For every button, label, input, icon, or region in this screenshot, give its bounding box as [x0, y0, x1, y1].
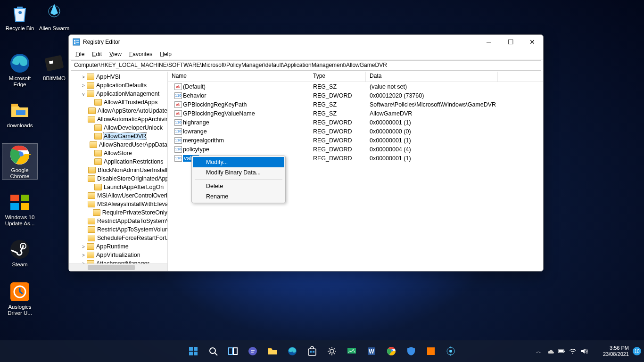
desktop-icon-chrome[interactable]: Google Chrome [2, 144, 37, 179]
minimize-button[interactable]: ─ [478, 35, 500, 49]
tree-node[interactable]: >AppHVSI [69, 73, 167, 81]
taskbar-square-icon[interactable] [422, 342, 440, 360]
expand-icon[interactable]: v [80, 91, 87, 97]
svg-rect-17 [73, 39, 80, 45]
notification-badge[interactable]: 10 [633, 347, 641, 355]
clock[interactable]: 3:56 PM 23/08/2021 [603, 345, 629, 357]
svg-rect-9 [21, 195, 29, 201]
taskbar-word-icon[interactable]: W [363, 342, 380, 360]
taskbar-explorer-icon[interactable] [264, 342, 281, 360]
maximize-button[interactable]: ☐ [500, 35, 521, 49]
close-button[interactable]: ✕ [521, 35, 543, 49]
menu-favorites[interactable]: Favorites [125, 51, 156, 58]
value-row[interactable]: ab(Default)REG_SZ(value not set) [168, 82, 543, 91]
tree-node[interactable]: ScheduleForceRestartForUpdateFailures [69, 234, 167, 242]
tree-node[interactable]: BlockNonAdminUserInstall [69, 166, 167, 174]
titlebar[interactable]: Registry Editor ─ ☐ ✕ [69, 35, 543, 49]
folder-icon [87, 252, 94, 258]
tree-pane[interactable]: >AppHVSI>ApplicationDefaultsvApplication… [69, 72, 168, 271]
value-type: REG_SZ [309, 101, 366, 108]
tree-node[interactable]: MSIAlwaysInstallWithElevatedPrivileges [69, 200, 167, 208]
taskbar-settings-icon[interactable] [323, 342, 341, 360]
taskbar-search-icon[interactable] [204, 342, 222, 360]
tree-node[interactable]: >ApplicationDefaults [69, 81, 167, 90]
svg-line-27 [215, 353, 217, 355]
tree-node[interactable]: LaunchAppAfterLogOn [69, 183, 167, 191]
tree-node[interactable]: vApplicationManagement [69, 90, 167, 98]
menu-view[interactable]: View [106, 51, 125, 58]
expand-icon[interactable]: > [80, 74, 87, 80]
value-row[interactable]: abGPBlockingRegKeyPathREG_SZSoftware\Pol… [168, 100, 543, 109]
ctx-delete[interactable]: Delete [193, 181, 284, 191]
taskbar: W ︿ 3:56 PM 23/08/2021 10 [0, 340, 644, 362]
taskbar-asst-icon[interactable] [442, 342, 460, 360]
value-row[interactable]: 110policytypeREG_DWORD0x00000004 (4) [168, 145, 543, 154]
ctx-modify[interactable]: Modify... [193, 157, 284, 167]
scrollbar-thumb[interactable] [88, 265, 135, 270]
wifi-icon[interactable] [569, 347, 577, 355]
tree-node[interactable]: RestrictAppDataToSystemVolume [69, 217, 167, 225]
taskbar-chat-icon[interactable] [244, 342, 262, 360]
tree-node[interactable]: RequirePrivateStoreOnly [69, 208, 167, 217]
tree-node[interactable]: RestrictAppToSystemVolume [69, 225, 167, 234]
tree-node[interactable]: AllowAllTrustedApps [69, 98, 167, 107]
value-row[interactable]: 110mergealgorithmREG_DWORD0x00000001 (1) [168, 136, 543, 145]
tree-node[interactable]: ApplicationRestrictions [69, 157, 167, 166]
expand-icon[interactable]: > [80, 83, 87, 88]
taskbar-start-icon[interactable] [184, 342, 202, 360]
tree-node[interactable]: AllowDeveloperUnlock [69, 123, 167, 132]
col-data[interactable]: Data [366, 72, 498, 82]
desktop-icon-alien[interactable]: Alien Swarm [37, 2, 72, 32]
taskbar-store-icon[interactable] [303, 342, 321, 360]
taskbar-edge-icon[interactable] [283, 342, 301, 360]
col-type[interactable]: Type [309, 72, 366, 82]
tree-node[interactable]: AllowGameDVR [69, 132, 167, 140]
tree-horizontal-scrollbar[interactable] [69, 263, 167, 271]
menu-file[interactable]: File [72, 51, 88, 58]
folder-icon [88, 175, 95, 182]
taskbar-security-icon[interactable] [402, 342, 420, 360]
tree-label: AllowStore [104, 150, 132, 156]
tree-node[interactable]: MSIAllowUserControlOverInstall [69, 191, 167, 200]
folder-icon [8, 99, 31, 122]
tree-node[interactable]: >AppVirtualization [69, 251, 167, 259]
expand-icon[interactable]: > [80, 244, 87, 249]
desktop-icon-auslogics[interactable]: Auslogics Driver U... [2, 280, 37, 316]
tree-node[interactable]: AllowAutomaticAppArchiving [69, 115, 167, 123]
desktop-icon-recycle[interactable]: Recycle Bin [2, 2, 37, 32]
tree-node[interactable]: >AppRuntime [69, 242, 167, 251]
svg-rect-33 [308, 349, 316, 355]
value-row[interactable]: abGPBlockingRegValueNameREG_SZAllowGameD… [168, 109, 543, 118]
tree-label: RequirePrivateStoreOnly [102, 209, 167, 216]
expand-icon[interactable]: > [80, 253, 87, 258]
desktop-icon-steam[interactable]: Steam [2, 238, 37, 268]
value-row[interactable]: 110highrangeREG_DWORD0x00000001 (1) [168, 118, 543, 127]
desktop-icon-edge[interactable]: Microsoft Edge [2, 52, 37, 87]
value-row[interactable]: 110lowrangeREG_DWORD0x00000000 (0) [168, 127, 543, 136]
volume-icon[interactable] [580, 347, 588, 355]
desktop-icon-8bit[interactable]: 8BitMMO [37, 52, 72, 82]
col-name[interactable]: Name [168, 72, 309, 82]
onedrive-icon[interactable] [546, 347, 554, 355]
value-name: (Default) [183, 83, 206, 90]
tree-node[interactable]: AllowSharedUserAppData [69, 140, 167, 149]
ctx-rename[interactable]: Rename [193, 191, 284, 202]
language-icon[interactable] [592, 347, 599, 355]
desktop-icon-folder[interactable]: downloads [2, 99, 37, 129]
values-header[interactable]: Name Type Data [168, 72, 543, 82]
value-row[interactable]: 110BehaviorREG_DWORD0x00012020 (73760) [168, 91, 543, 100]
taskbar-chrome-icon[interactable] [382, 342, 400, 360]
menu-edit[interactable]: Edit [88, 51, 106, 58]
taskbar-taskview-icon[interactable] [224, 342, 242, 360]
tree-node[interactable]: DisableStoreOriginatedApps [69, 174, 167, 183]
desktop-icon-winup[interactable]: Windows 10 Update As... [2, 191, 37, 226]
tree-node[interactable]: AllowAppStoreAutoUpdate [69, 107, 167, 115]
winup-icon [8, 191, 31, 214]
taskbar-monitor-icon[interactable] [343, 342, 361, 360]
address-bar[interactable]: Computer\HKEY_LOCAL_MACHINE\SOFTWARE\Mic… [71, 60, 541, 71]
ctx-modify-binary-data[interactable]: Modify Binary Data... [193, 167, 284, 178]
tree-node[interactable]: AllowStore [69, 149, 167, 157]
tray-chevron-up-icon[interactable]: ︿ [535, 347, 543, 355]
menu-help[interactable]: Help [156, 51, 175, 58]
battery-icon[interactable] [558, 347, 565, 355]
